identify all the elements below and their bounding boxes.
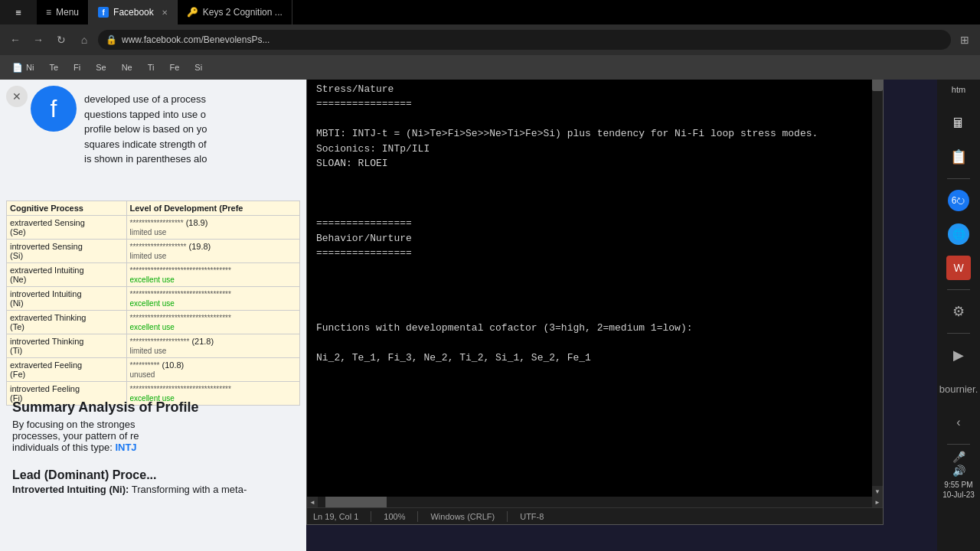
start-button[interactable]: ≡ (0, 0, 37, 24)
bookmark-se[interactable]: Se (90, 61, 112, 73)
notepad-scrollbar-horizontal[interactable]: ◄ ► (307, 497, 883, 507)
rs-mic-icon[interactable]: 🎤 (952, 451, 965, 463)
fb-line4: squares indicate strength of (84, 137, 294, 152)
tab-keys2cognition[interactable]: 🔑 Keys 2 Cognition ... (178, 0, 292, 24)
status-line-ending: Windows (CRLF) (430, 512, 495, 521)
fb-tab-close[interactable]: ✕ (162, 8, 168, 17)
rs-icon-red-w[interactable]: W (943, 253, 974, 283)
htm-label: htm (952, 85, 965, 94)
bookmark-si[interactable]: Si (188, 61, 208, 73)
rs-icon-clipboard[interactable]: 📋 (943, 142, 974, 172)
level-fe: ********** (10.8)unused (126, 358, 299, 382)
rs-icon-chat[interactable]: bournier. (943, 373, 974, 404)
level-te: **********************************excell… (126, 311, 299, 334)
process-ni: introverted Intuiting(Ni) (7, 287, 127, 311)
notepad-window: 📝 *Untitled - Notepad — □ ✕ File Edit Fo… (306, 14, 884, 525)
notepad-statusbar: Ln 19, Col 1 100% Windows (CRLF) UTF-8 (307, 507, 883, 524)
status-divider-3 (507, 511, 508, 522)
fb-lead-section: Lead (Dominant) Proce... Introverted Int… (0, 462, 306, 501)
right-sidebar: 🌐 htm 🖩 📋 6⭮ 🌐 W ⚙ ▶ bournier. ‹ 🎤 🔊 9:5… (937, 24, 980, 551)
home-button[interactable]: ⌂ (75, 31, 93, 49)
bm-fe-label: Fe (169, 63, 179, 72)
fb-line5: is shown in parentheses alo (84, 152, 294, 167)
rs-speaker-icon[interactable]: 🔊 (952, 465, 965, 477)
extensions-button[interactable]: ⊞ (956, 31, 974, 49)
table-header-process: Cognitive Process (7, 201, 127, 216)
k2c-tab-favicon: 🔑 (187, 7, 198, 18)
notepad-textarea[interactable]: ================ Stress/Nature =========… (307, 60, 883, 497)
rs-icon-chevron-left[interactable]: ‹ (943, 407, 974, 438)
process-fe: extraverted Feeling(Fe) (7, 358, 127, 382)
fb-summary-title: Summary Analysis of Profile (12, 399, 294, 416)
table-row: extraverted Sensing(Se) ****************… (7, 216, 300, 240)
bookmarks-bar: 📄 Ni Te Fi Se Ne Ti Fe Si (0, 55, 980, 80)
rs-time-display: 9:55 PM (942, 480, 975, 490)
status-encoding: UTF-8 (520, 512, 544, 521)
fb-lead-text: Introverted Intuiting (Ni): Transforming… (12, 484, 294, 495)
red-w-icon: W (946, 256, 971, 280)
rs-datetime: 9:55 PM 10-Jul-23 (942, 480, 975, 500)
menu-tab-icon: ≡ (46, 7, 51, 18)
bookmark-te[interactable]: Te (43, 61, 64, 73)
bm-ni-label: Ni (26, 63, 34, 72)
table-row: introverted Intuiting(Ni) **************… (7, 287, 300, 311)
bm-fi-label: Fi (74, 63, 80, 72)
notepad-scrollbar-vertical[interactable]: ▲ ▼ (872, 60, 883, 497)
rs-icon-media[interactable]: ▶ (943, 340, 974, 370)
fb-lead-title: Lead (Dominant) Proce... (12, 468, 294, 482)
bm-te-label: Te (49, 63, 58, 72)
bookmark-ne[interactable]: Ne (116, 61, 139, 73)
bm-si-label: Si (194, 63, 202, 72)
rs-icon-gear[interactable]: ⚙ (943, 296, 974, 327)
table-row: extraverted Thinking(Te) ***************… (7, 311, 300, 334)
level-ni: **********************************excell… (126, 287, 299, 311)
taskbar-top: ≡ ≡ Menu f Facebook ✕ 🔑 Keys 2 Cognition… (0, 0, 980, 24)
scroll-track-horizontal (318, 497, 872, 507)
fb-summary-text: By focusing on the strongesprocesses, yo… (12, 419, 294, 453)
url-text: www.facebook.com/BenevolensPs... (122, 34, 270, 45)
address-bar[interactable]: 🔒 www.facebook.com/BenevolensPs... (98, 30, 951, 50)
table-row: introverted Thinking(Ti) ***************… (7, 334, 300, 358)
refresh-button[interactable]: ↻ (52, 31, 70, 49)
fb-line2: questions tapped into use o (84, 107, 294, 122)
table-header-level: Level of Development (Prefe (126, 201, 299, 216)
network-icon: 🌐 (948, 223, 969, 245)
process-se: extraverted Sensing(Se) (7, 216, 127, 240)
process-si: introverted Sensing(Si) (7, 240, 127, 263)
rs-icon-calculator[interactable]: 🖩 (943, 108, 974, 139)
fb-tab-label: Facebook (113, 7, 154, 18)
scroll-thumb-horizontal[interactable] (325, 497, 387, 507)
bookmark-fi[interactable]: Fi (67, 61, 87, 73)
rs-divider-2 (947, 178, 970, 179)
bookmark-ti[interactable]: Ti (142, 61, 161, 73)
bookmark-ni[interactable]: 📄 Ni (6, 61, 40, 74)
tab-facebook[interactable]: f Facebook ✕ (89, 0, 178, 24)
level-si: ******************* (19.8)limited use (126, 240, 299, 263)
forward-button[interactable]: → (29, 31, 47, 49)
scroll-down-button[interactable]: ▼ (872, 486, 883, 497)
table-row: extraverted Feeling(Fe) ********** (10.8… (7, 358, 300, 382)
fb-profile-icon[interactable]: f (31, 86, 77, 132)
browser-bar: ← → ↻ ⌂ 🔒 www.facebook.com/BenevolensPs.… (0, 24, 980, 55)
bm-ti-label: Ti (148, 63, 155, 72)
tab-menu[interactable]: ≡ Menu (37, 0, 89, 24)
fb-line1: developed use of a process (84, 92, 294, 107)
calculator-icon: 🖩 (952, 116, 965, 132)
rs-small-icons-group: 🎤 🔊 (952, 451, 965, 477)
gear-icon: ⚙ (952, 303, 965, 320)
status-divider-2 (417, 511, 418, 522)
status-position: Ln 19, Col 1 (313, 512, 358, 521)
back-button[interactable]: ← (6, 31, 24, 49)
bm-ne-label: Ne (122, 63, 132, 72)
media-play-icon: ▶ (953, 347, 964, 364)
scroll-right-button[interactable]: ► (872, 497, 883, 507)
level-se: ****************** (18.9)limited use (126, 216, 299, 240)
fb-close-button[interactable]: ✕ (6, 86, 28, 107)
rs-badge-6[interactable]: 6⭮ (943, 185, 974, 216)
scroll-left-button[interactable]: ◄ (307, 497, 318, 507)
rs-divider-3 (947, 289, 970, 290)
fb-summary-section: Summary Analysis of Profile By focusing … (0, 393, 306, 459)
bookmark-fe[interactable]: Fe (163, 61, 185, 73)
rs-icon-network[interactable]: 🌐 (943, 219, 974, 249)
status-divider-1 (371, 511, 371, 522)
